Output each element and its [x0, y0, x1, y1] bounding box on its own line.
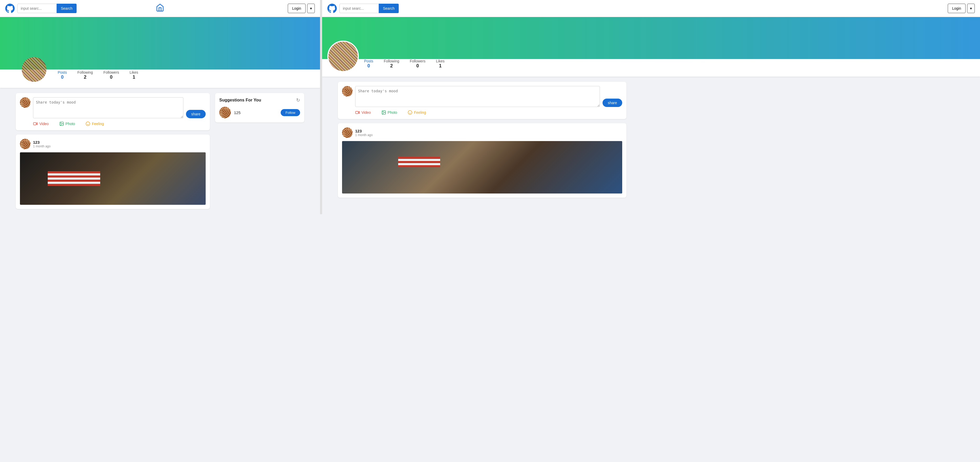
video-action[interactable]: Video [33, 121, 49, 126]
stat-followers-value-2: 0 [416, 63, 419, 69]
post-card-2: 123 1 month ago [338, 123, 627, 198]
main-panel: Search Login ▾ Posts 0 Following 2 [0, 0, 320, 214]
suggestion-avatar [219, 107, 231, 118]
stat-posts[interactable]: Posts 0 [58, 70, 67, 80]
composer-avatar-2 [342, 86, 353, 97]
video-label: Video [39, 122, 49, 126]
photo-label-2: Photo [388, 110, 398, 114]
profile-stats: Posts 0 Following 2 Followers 0 Likes 1 [58, 70, 138, 83]
post-image-2 [342, 141, 622, 194]
stat-following[interactable]: Following 2 [77, 70, 93, 80]
follow-button[interactable]: Follow [281, 109, 300, 116]
post-header-2: 123 1 month ago [342, 127, 622, 138]
post-meta-2: 123 1 month ago [355, 129, 373, 137]
svg-marker-8 [358, 111, 360, 114]
feeling-action[interactable]: Feeling [86, 121, 104, 126]
suggestion-name: 125 [234, 110, 277, 115]
dropdown-button[interactable]: ▾ [307, 4, 315, 13]
search-input-2[interactable] [339, 4, 379, 13]
video-action-2[interactable]: Video [355, 110, 371, 115]
post-image-content-2 [342, 141, 622, 194]
post-time: 1 month ago [33, 144, 51, 148]
login-button[interactable]: Login [288, 4, 305, 13]
profile-section: Posts 0 Following 2 Followers 0 Likes 1 [0, 70, 320, 88]
stat-posts-value-2: 0 [368, 63, 370, 69]
stat-posts-value: 0 [61, 75, 64, 80]
stat-followers-2[interactable]: Followers 0 [410, 59, 425, 69]
post-time-2: 1 month ago [355, 133, 373, 137]
composer-top: share [20, 97, 206, 118]
content-area: share Video Photo Feeling [0, 88, 320, 214]
left-column-2: share Video Photo Feeling [338, 82, 627, 198]
suggestions-title: Suggestions For You [219, 98, 261, 103]
cover-area [0, 17, 320, 70]
github-icon [5, 4, 15, 13]
composer-top-2: share [342, 86, 622, 107]
feeling-label-2: Feeling [414, 110, 426, 114]
home-icon[interactable] [156, 3, 164, 14]
stat-followers-label-2: Followers [410, 59, 425, 63]
stat-following-label-2: Following [384, 59, 399, 63]
stat-followers[interactable]: Followers 0 [103, 70, 119, 80]
stat-likes-value: 1 [132, 75, 135, 80]
github-icon-2 [328, 4, 337, 13]
stat-likes-label-2: Likes [436, 59, 445, 63]
feeling-action-2[interactable]: Feeling [407, 110, 426, 115]
post-username-2: 123 [355, 129, 373, 133]
video-label-2: Video [361, 110, 371, 114]
left-column: share Video Photo Feeling [16, 93, 210, 209]
composer-actions: Video Photo Feeling [20, 118, 206, 126]
feeling-label: Feeling [92, 122, 104, 126]
share-button[interactable]: share [186, 110, 206, 118]
cover-area-2 [322, 17, 980, 59]
svg-rect-7 [356, 111, 359, 114]
stat-posts-label-2: Posts [364, 59, 373, 63]
photo-action[interactable]: Photo [59, 121, 75, 126]
mood-textarea[interactable] [33, 97, 183, 118]
stat-following-value: 2 [84, 75, 87, 80]
stat-followers-label: Followers [103, 70, 119, 75]
panel-divider [320, 0, 322, 214]
stat-likes-value-2: 1 [439, 63, 441, 69]
post-card: 123 1 month ago [16, 135, 210, 209]
search-button[interactable]: Search [57, 4, 76, 13]
post-meta: 123 1 month ago [33, 140, 51, 148]
stat-following-label: Following [77, 70, 93, 75]
svg-point-3 [60, 123, 61, 123]
navbar-right: Login ▾ [288, 4, 315, 13]
svg-point-11 [408, 111, 412, 114]
svg-rect-0 [33, 123, 37, 125]
suggestion-item: 125 Follow [219, 107, 300, 118]
photo-label: Photo [65, 122, 75, 126]
mood-textarea-2[interactable] [355, 86, 600, 107]
stat-likes[interactable]: Likes 1 [130, 70, 138, 80]
suggestions-header: Suggestions For You ↻ [219, 97, 300, 103]
stat-following-2[interactable]: Following 2 [384, 59, 399, 69]
login-button-2[interactable]: Login [948, 4, 966, 13]
composer-actions-2: Video Photo Feeling [342, 107, 622, 115]
svg-point-10 [383, 111, 383, 112]
profile-section-2: Posts 0 Following 2 Followers 0 Likes 1 [322, 59, 980, 76]
search-button-2[interactable]: Search [379, 4, 399, 13]
stat-likes-2[interactable]: Likes 1 [436, 59, 445, 69]
post-username: 123 [33, 140, 51, 144]
search-input[interactable] [18, 4, 57, 13]
profile-stats-2: Posts 0 Following 2 Followers 0 Likes 1 [364, 59, 445, 71]
photo-action-2[interactable]: Photo [382, 110, 398, 115]
navbar-right-2: Login ▾ [948, 4, 975, 13]
stat-followers-value: 0 [110, 75, 113, 80]
post-header: 123 1 month ago [20, 139, 206, 149]
svg-marker-1 [36, 123, 38, 125]
second-panel: Search Login ▾ Posts 0 Following 2 Follo… [322, 0, 980, 214]
right-column: Suggestions For You ↻ 125 Follow [215, 93, 304, 209]
suggestions-card: Suggestions For You ↻ 125 Follow [215, 93, 304, 122]
refresh-icon[interactable]: ↻ [296, 97, 300, 103]
stat-posts-label: Posts [58, 70, 67, 75]
dropdown-button-2[interactable]: ▾ [967, 4, 975, 13]
avatar [21, 56, 47, 83]
share-button-2[interactable]: share [603, 98, 622, 107]
stat-posts-2[interactable]: Posts 0 [364, 59, 373, 69]
content-area-2: share Video Photo Feeling [322, 76, 642, 203]
post-image-content [20, 152, 206, 205]
navbar-2: Search Login ▾ [322, 0, 980, 17]
